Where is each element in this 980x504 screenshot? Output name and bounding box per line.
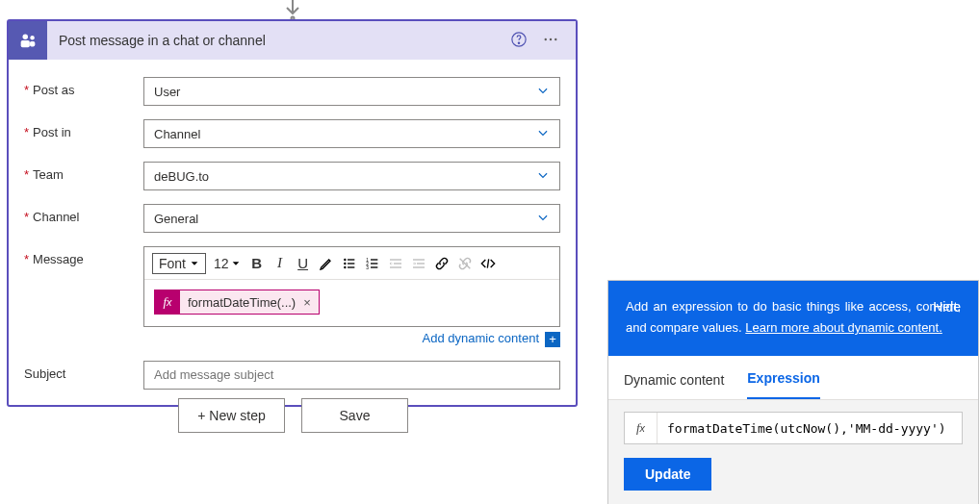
svg-point-2 [30, 36, 34, 39]
add-dynamic-content-link[interactable]: Add dynamic content+ [143, 331, 560, 347]
svg-point-6 [518, 42, 519, 43]
expression-panel: Add an expression to do basic things lik… [607, 280, 979, 504]
svg-text:3: 3 [366, 265, 369, 270]
select-post-in[interactable]: Channel [143, 119, 560, 148]
new-step-button[interactable]: + New step [178, 398, 285, 433]
label-post-in: Post in [24, 119, 143, 139]
label-channel: Channel [24, 204, 143, 224]
tab-expression[interactable]: Expression [747, 370, 819, 399]
bold-button[interactable]: B [246, 253, 268, 274]
expression-input[interactable] [658, 421, 962, 436]
help-icon[interactable] [510, 31, 528, 51]
svg-rect-11 [348, 259, 354, 260]
pen-icon[interactable] [316, 253, 337, 274]
subject-input[interactable] [143, 361, 560, 390]
label-team: Team [24, 162, 143, 182]
label-subject: Subject [24, 361, 143, 381]
expression-token[interactable]: fx formatDateTime(...) × [154, 290, 320, 315]
hide-button[interactable]: Hide [933, 296, 961, 319]
bullet-list-icon[interactable] [339, 253, 360, 274]
svg-point-12 [344, 262, 346, 264]
chevron-down-icon [536, 168, 550, 185]
label-message: Message [24, 246, 143, 266]
select-team[interactable]: deBUG.to [143, 162, 560, 190]
token-remove-icon[interactable]: × [303, 295, 319, 310]
select-post-in-value: Channel [154, 127, 200, 141]
font-picker[interactable]: Font [152, 253, 206, 274]
save-button[interactable]: Save [301, 398, 408, 433]
svg-rect-4 [30, 41, 36, 46]
label-post-as: Post as [24, 77, 143, 97]
select-post-as[interactable]: User [143, 77, 560, 106]
svg-point-10 [344, 258, 346, 260]
font-size-picker[interactable]: 12 [214, 256, 241, 271]
svg-rect-13 [348, 263, 354, 264]
message-editor[interactable]: Font 12 B I U 123 [143, 246, 560, 327]
expression-input-row: fx [624, 412, 963, 444]
svg-rect-22 [390, 259, 401, 260]
learn-more-link[interactable]: Learn more about dynamic content. [745, 320, 942, 335]
tab-dynamic-content[interactable]: Dynamic content [624, 372, 724, 399]
svg-rect-21 [371, 266, 377, 267]
chevron-down-icon [536, 211, 550, 227]
panel-hint: Add an expression to do basic things lik… [608, 281, 978, 356]
chevron-down-icon [536, 84, 550, 100]
outdent-icon [385, 253, 406, 274]
svg-rect-24 [390, 266, 401, 267]
rte-toolbar: Font 12 B I U 123 [144, 247, 559, 280]
link-icon[interactable] [431, 253, 452, 274]
svg-rect-17 [371, 259, 377, 260]
panel-body: fx Update [608, 400, 978, 504]
select-team-value: deBUG.to [154, 169, 209, 184]
svg-rect-3 [21, 40, 30, 47]
select-channel[interactable]: General [143, 204, 560, 233]
more-icon[interactable] [541, 31, 560, 51]
select-channel-value: General [154, 212, 198, 226]
underline-button[interactable]: U [293, 253, 314, 274]
svg-point-9 [554, 38, 556, 39]
card-header: Post message in a chat or channel [9, 21, 576, 60]
action-card: Post message in a chat or channel Post a… [7, 19, 578, 407]
select-post-as-value: User [154, 85, 180, 99]
teams-icon [9, 21, 47, 60]
unlink-icon [454, 253, 476, 274]
italic-button[interactable]: I [270, 253, 291, 274]
svg-rect-27 [413, 266, 425, 267]
card-body: Post as User Post in Channel [9, 60, 576, 405]
svg-point-7 [545, 38, 547, 39]
fx-icon: fx [155, 290, 180, 314]
footer-buttons: + New step Save [178, 398, 408, 433]
svg-point-14 [344, 265, 346, 267]
plus-icon: + [545, 332, 560, 347]
svg-rect-19 [371, 263, 377, 264]
number-list-icon[interactable]: 123 [362, 253, 383, 274]
fx-icon: fx [625, 413, 658, 443]
svg-rect-25 [413, 259, 425, 260]
message-content[interactable]: fx formatDateTime(...) × [144, 280, 559, 326]
svg-rect-26 [417, 263, 425, 264]
panel-tabs: Dynamic content Expression [608, 356, 978, 400]
svg-rect-23 [394, 263, 401, 264]
update-button[interactable]: Update [624, 458, 711, 491]
token-label: formatDateTime(...) [180, 295, 303, 310]
card-title: Post message in a chat or channel [47, 33, 510, 48]
indent-icon [408, 253, 429, 274]
svg-point-8 [550, 38, 552, 39]
svg-rect-15 [348, 266, 354, 267]
flow-arrow-in [281, 0, 304, 21]
chevron-down-icon [536, 126, 550, 142]
svg-point-1 [23, 35, 29, 40]
code-view-icon[interactable] [477, 253, 499, 274]
